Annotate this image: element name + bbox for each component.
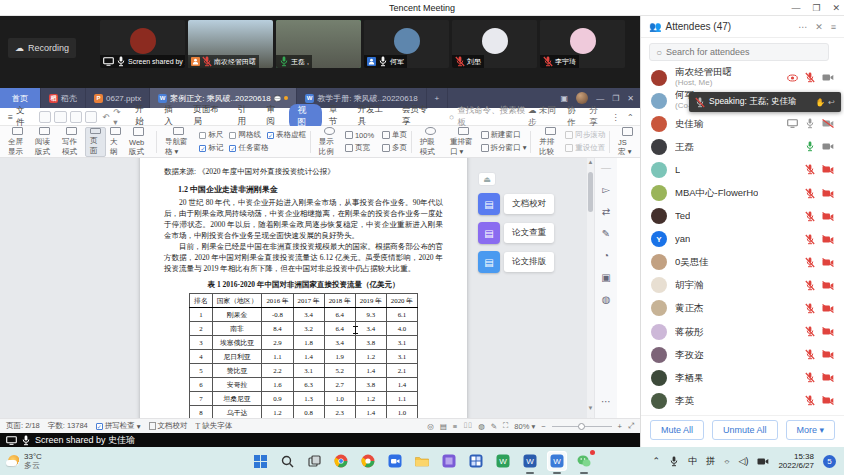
- checkbox-标尺[interactable]: 标尺: [199, 130, 223, 140]
- print-icon[interactable]: [70, 111, 82, 123]
- table-cell[interactable]: 2.9: [262, 336, 293, 350]
- account-avatar[interactable]: [576, 92, 588, 104]
- pen-view-icon[interactable]: ✎: [491, 422, 497, 431]
- zoom-slider[interactable]: [552, 426, 612, 427]
- investment-table[interactable]: 排名国家（地区）2016 年2017 年2018 年2019 年2020 年1刚…: [189, 293, 418, 420]
- proofread-button[interactable]: 文档校对: [149, 421, 188, 431]
- attendee-row[interactable]: 史佳瑜: [641, 112, 844, 135]
- table-cell[interactable]: 8.4: [262, 322, 293, 336]
- scroll-down-icon[interactable]: ▼: [587, 404, 594, 412]
- table-cell[interactable]: 1.8: [293, 336, 324, 350]
- attendee-row[interactable]: 南农经管田曙(Host, Me): [641, 66, 844, 89]
- wps-minimize[interactable]: —: [596, 94, 604, 103]
- tray-expand-icon[interactable]: ⌃: [653, 456, 661, 466]
- collapse-ribbon-icon[interactable]: ⌃: [627, 112, 634, 122]
- attendee-row[interactable]: 黄正杰: [641, 297, 844, 320]
- table-cell[interactable]: 坦桑尼亚: [212, 392, 262, 406]
- table-cell[interactable]: 6.3: [293, 378, 324, 392]
- collapse-tools-button[interactable]: ⏏: [478, 172, 496, 186]
- rearrange-window-button[interactable]: 重排窗口 ▾: [446, 127, 481, 157]
- new-window-button[interactable]: 新建窗口: [481, 130, 527, 140]
- wps-close[interactable]: ✕: [627, 94, 634, 103]
- footer-button-mute-all[interactable]: Mute All: [650, 420, 704, 440]
- attendee-search-input[interactable]: [666, 47, 816, 57]
- taskbar-app-meeting-app[interactable]: [385, 451, 405, 471]
- split-window-button[interactable]: 拆分窗口 ▾: [481, 143, 527, 153]
- table-cell[interactable]: 1.4: [355, 364, 386, 378]
- command-search[interactable]: ○ 查找命令、搜索模板: [449, 105, 528, 129]
- attendee-row[interactable]: 李英: [641, 389, 844, 412]
- taskbar-app-start[interactable]: [250, 451, 270, 471]
- wps-maximize[interactable]: ❐: [612, 94, 619, 103]
- wifi-icon[interactable]: ⌔: [724, 456, 729, 467]
- panel-dock-icon[interactable]: ≡: [831, 22, 836, 32]
- export-icon[interactable]: [54, 111, 66, 123]
- taskbar-app-file-explorer[interactable]: [412, 451, 432, 471]
- table-cell[interactable]: 1.4: [293, 350, 324, 364]
- footer-button-more-▾[interactable]: More ▾: [786, 420, 836, 440]
- table-cell[interactable]: 3.8: [355, 378, 386, 392]
- view-button-大纲[interactable]: 大纲: [106, 127, 125, 157]
- table-cell[interactable]: 3.4: [293, 308, 324, 322]
- table-cell[interactable]: 3.1: [386, 336, 417, 350]
- table-cell[interactable]: 2.1: [386, 364, 417, 378]
- attendee-row[interactable]: Yyan: [641, 228, 844, 251]
- table-cell[interactable]: 1.2: [355, 350, 386, 364]
- vertical-scrollbar[interactable]: ▲ ▼ ⏶ ⏷: [587, 158, 594, 434]
- table-cell[interactable]: 6.1: [386, 308, 417, 322]
- zoom-ratio-button[interactable]: 显示比例: [315, 127, 345, 157]
- help-circle-icon[interactable]: ◔: [603, 250, 609, 261]
- share-button[interactable]: 分享: [589, 105, 604, 129]
- table-cell[interactable]: 安哥拉: [212, 378, 262, 392]
- ime-mode[interactable]: 拼: [706, 455, 715, 468]
- table-cell[interactable]: 1.2: [355, 392, 386, 406]
- table-cell[interactable]: 1.3: [293, 392, 324, 406]
- table-cell[interactable]: 3.2: [293, 322, 324, 336]
- zoom-slider-knob[interactable]: [578, 423, 585, 430]
- taskbar-app-office-app[interactable]: [466, 451, 486, 471]
- scrollbar-thumb[interactable]: [588, 172, 593, 212]
- taskbar-app-app-purple[interactable]: [439, 451, 459, 471]
- side-tool-论文查重[interactable]: ▤论文查重: [478, 222, 588, 244]
- undo-icon[interactable]: ↶: [102, 112, 109, 122]
- table-cell[interactable]: 1: [190, 308, 213, 322]
- table-cell[interactable]: 刚果金: [212, 308, 262, 322]
- table-cell[interactable]: 南非: [212, 322, 262, 336]
- volume-icon[interactable]: ◁): [738, 456, 748, 466]
- video-tile[interactable]: 何军: [364, 20, 449, 68]
- web-view-icon[interactable]: ◍: [478, 422, 485, 431]
- table-cell[interactable]: 1.0: [324, 392, 355, 406]
- nav-pane-button[interactable]: 导航窗格 ▾: [161, 127, 196, 157]
- collab-button[interactable]: 协作: [567, 105, 582, 129]
- taskbar-app-word[interactable]: W: [520, 451, 540, 471]
- table-cell[interactable]: 4: [190, 350, 213, 364]
- table-cell[interactable]: 3.8: [355, 336, 386, 350]
- table-cell[interactable]: 3.1: [386, 350, 417, 364]
- attendee-row[interactable]: 李孜迩: [641, 343, 844, 366]
- maximize-button[interactable]: ❐: [812, 3, 820, 13]
- zoom-level[interactable]: 80% ▾: [514, 422, 535, 431]
- document-page[interactable]: 数据来源: 《2020 年度中国对外直接投资统计公报》 1.2 中国企业走进非洲…: [140, 158, 467, 434]
- annotate-pen-icon[interactable]: ✎: [602, 228, 610, 239]
- table-cell[interactable]: 3.4: [355, 322, 386, 336]
- panel-close-icon[interactable]: ✕: [815, 22, 823, 32]
- notification-badge[interactable]: 5: [823, 455, 836, 468]
- attendee-row[interactable]: Ted: [641, 205, 844, 228]
- table-cell[interactable]: 3: [190, 336, 213, 350]
- zoom-item-单页[interactable]: 单页: [382, 130, 407, 140]
- side-tool-论文排版[interactable]: ▤论文排版: [478, 251, 588, 273]
- table-cell[interactable]: 3.4: [324, 336, 355, 350]
- tray-mic-icon[interactable]: [669, 456, 679, 467]
- video-tile[interactable]: Screen shared by 史...: [100, 20, 185, 68]
- js-macro-button[interactable]: JS 宏 ▾: [614, 127, 640, 157]
- side-by-side-button[interactable]: 并排比较: [535, 127, 565, 157]
- tray-camera-icon[interactable]: [757, 457, 769, 466]
- print-preview-icon[interactable]: [85, 111, 97, 123]
- taskbar-app-search[interactable]: [277, 451, 297, 471]
- zoom-item-页宽[interactable]: 页宽: [345, 143, 374, 153]
- save-icon[interactable]: [39, 111, 51, 123]
- app-switch-icon[interactable]: ▣: [561, 94, 569, 103]
- ime-lang[interactable]: 中: [688, 455, 697, 468]
- attendee-row[interactable]: 王磊: [641, 135, 844, 158]
- taskbar-app-browser-chrome-2[interactable]: [358, 451, 378, 471]
